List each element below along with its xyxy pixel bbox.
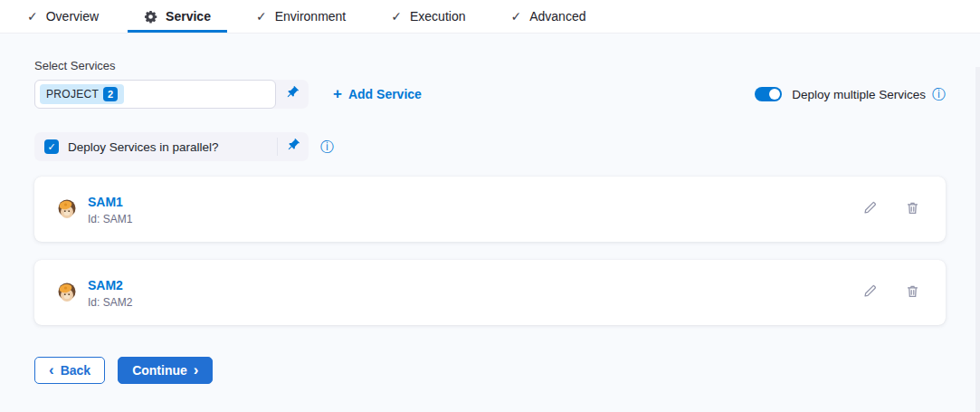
trash-icon: [905, 283, 920, 302]
tab-overview[interactable]: ✓ Overview: [11, 0, 115, 33]
tab-environment[interactable]: ✓ Environment: [240, 0, 362, 33]
check-icon: ✓: [510, 10, 521, 23]
delete-service-button[interactable]: [903, 282, 922, 303]
plus-icon: +: [333, 86, 342, 101]
tab-execution[interactable]: ✓ Execution: [375, 0, 481, 33]
check-icon: ✓: [391, 10, 402, 23]
tab-label: Environment: [275, 9, 347, 24]
add-service-button[interactable]: + Add Service: [333, 87, 422, 101]
parallel-checkbox-strip: ✓ Deploy Services in parallel?: [34, 132, 309, 161]
project-tag-chip[interactable]: PROJECT 2: [40, 84, 124, 104]
tab-service[interactable]: Service: [128, 0, 227, 33]
parallel-checkbox[interactable]: ✓: [44, 139, 59, 154]
tab-label: Service: [166, 9, 211, 24]
service-avatar: [54, 196, 80, 222]
service-id: Id: SAM1: [88, 213, 132, 225]
trash-icon: [905, 200, 920, 218]
tab-label: Advanced: [529, 9, 585, 24]
services-multiselect-input[interactable]: PROJECT 2: [34, 80, 276, 109]
check-icon: ✓: [47, 142, 55, 152]
deploy-multiple-info-icon[interactable]: ⓘ: [932, 88, 946, 101]
chevron-right-icon: ›: [194, 362, 199, 378]
pin-icon: [286, 138, 300, 156]
parallel-info-icon[interactable]: ⓘ: [320, 140, 334, 154]
panel-right-edge: [975, 67, 980, 412]
service-config-panel: Select Services PROJECT 2 + Add Service: [0, 34, 980, 412]
project-tag-label: PROJECT: [46, 88, 99, 101]
parallel-pin-button[interactable]: [278, 132, 309, 161]
service-name-link[interactable]: SAM2: [88, 278, 123, 292]
continue-button[interactable]: Continue ›: [118, 357, 213, 384]
back-button[interactable]: ‹ Back: [34, 357, 105, 384]
chevron-left-icon: ‹: [49, 362, 54, 378]
services-multiselect-group: PROJECT 2: [34, 80, 309, 109]
parallel-checkbox-label: Deploy Services in parallel?: [68, 140, 219, 154]
edit-service-button[interactable]: [861, 282, 880, 303]
delete-service-button[interactable]: [903, 198, 922, 220]
add-service-label: Add Service: [348, 87, 422, 101]
stage-stepper-tabbar: ✓ Overview Service ✓ Environment ✓ Execu…: [0, 0, 980, 34]
tab-advanced[interactable]: ✓ Advanced: [494, 0, 602, 33]
pencil-icon: [862, 283, 878, 302]
pencil-icon: [862, 200, 878, 218]
service-avatar: [54, 280, 80, 305]
multiselect-pin-button[interactable]: [276, 80, 309, 109]
select-services-label: Select Services: [34, 59, 946, 72]
project-tag-count-badge: 2: [103, 87, 118, 101]
back-button-label: Back: [61, 363, 90, 378]
service-card-sam1: SAM1 Id: SAM1: [34, 177, 946, 242]
deploy-multiple-toggle[interactable]: [755, 87, 782, 101]
continue-button-label: Continue: [132, 363, 187, 378]
pin-icon: [285, 85, 300, 103]
gear-icon: [144, 10, 157, 24]
service-name-link[interactable]: SAM1: [88, 195, 123, 209]
edit-service-button[interactable]: [861, 198, 880, 220]
check-icon: ✓: [27, 10, 38, 23]
deploy-multiple-label: Deploy multiple Services: [792, 88, 926, 101]
toggle-knob: [769, 89, 780, 100]
tab-label: Execution: [410, 9, 465, 24]
service-id: Id: SAM2: [88, 296, 132, 309]
service-card-sam2: SAM2 Id: SAM2: [34, 260, 946, 325]
check-icon: ✓: [256, 10, 267, 23]
tab-label: Overview: [46, 9, 99, 24]
